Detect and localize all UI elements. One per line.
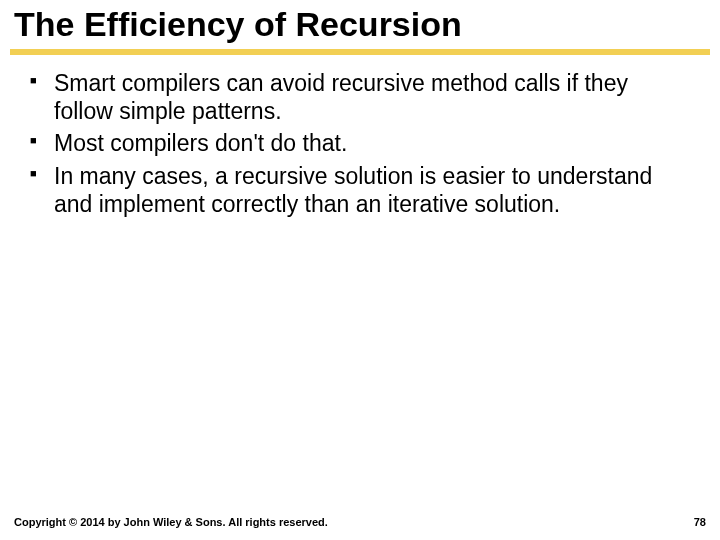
- footer: Copyright © 2014 by John Wiley & Sons. A…: [14, 516, 706, 528]
- slide: The Efficiency of Recursion Smart compil…: [0, 0, 720, 540]
- list-item: Smart compilers can avoid recursive meth…: [28, 69, 680, 125]
- list-item: Most compilers don't do that.: [28, 129, 680, 157]
- list-item: In many cases, a recursive solution is e…: [28, 162, 680, 218]
- page-number: 78: [694, 516, 706, 528]
- copyright-text: Copyright © 2014 by John Wiley & Sons. A…: [14, 516, 328, 528]
- bullet-list: Smart compilers can avoid recursive meth…: [28, 69, 680, 217]
- slide-body: Smart compilers can avoid recursive meth…: [0, 55, 720, 217]
- slide-title: The Efficiency of Recursion: [0, 0, 720, 45]
